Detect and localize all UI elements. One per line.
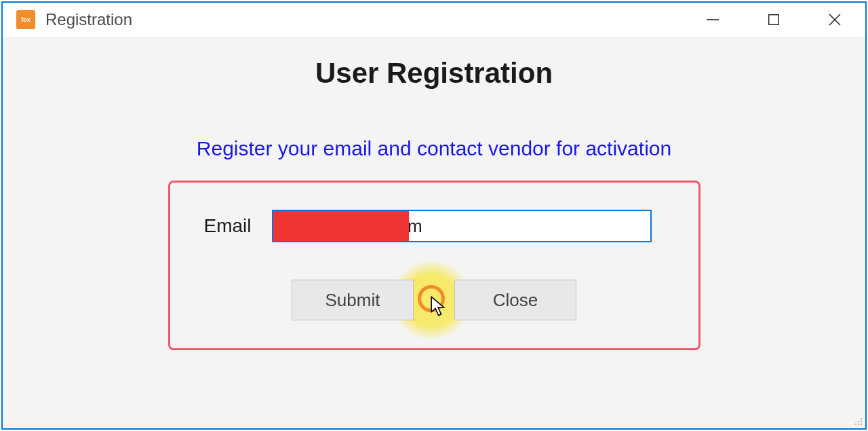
- email-label: Email: [204, 215, 252, 237]
- app-icon-label: fox: [21, 17, 31, 23]
- email-row: Email: [204, 210, 665, 242]
- titlebar[interactable]: fox Registration: [3, 3, 865, 37]
- svg-point-5: [858, 421, 859, 422]
- svg-point-4: [861, 418, 862, 419]
- svg-point-9: [861, 424, 862, 425]
- click-highlight-ring: [418, 285, 445, 312]
- form-box: Email Submit Close: [168, 181, 701, 350]
- svg-point-6: [861, 421, 862, 422]
- app-icon: fox: [16, 10, 35, 29]
- svg-rect-1: [769, 15, 779, 25]
- close-button[interactable]: Close: [454, 280, 576, 320]
- minimize-icon: [705, 12, 720, 27]
- svg-point-7: [855, 424, 856, 425]
- content-area: User Registration Register your email an…: [3, 37, 865, 428]
- resize-grip[interactable]: [852, 415, 863, 426]
- close-window-button[interactable]: [804, 3, 865, 37]
- registration-window: fox Registration User Registr: [1, 1, 867, 430]
- cursor-icon: [430, 296, 449, 319]
- maximize-button[interactable]: [743, 3, 804, 37]
- redaction-overlay: [273, 211, 409, 241]
- button-row: Submit Close: [204, 280, 665, 320]
- window-controls: [682, 3, 865, 37]
- maximize-icon: [767, 13, 781, 26]
- window-title: Registration: [45, 10, 132, 29]
- submit-button[interactable]: Submit: [292, 280, 414, 320]
- svg-point-8: [858, 424, 859, 425]
- minimize-button[interactable]: [682, 3, 743, 37]
- email-input-wrapper: [272, 210, 652, 242]
- close-icon: [827, 12, 842, 27]
- instruction-text: Register your email and contact vendor f…: [3, 137, 865, 160]
- page-heading: User Registration: [3, 57, 865, 90]
